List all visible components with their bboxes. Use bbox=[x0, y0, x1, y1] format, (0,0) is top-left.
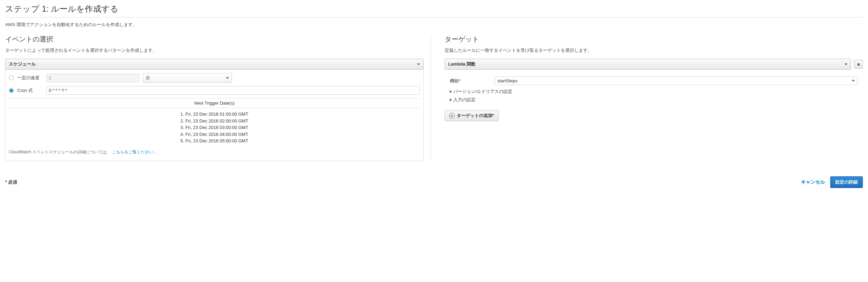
input-config-expand[interactable]: 入力の設定 bbox=[450, 97, 858, 103]
event-source-dropdown[interactable]: スケジュール bbox=[5, 59, 424, 70]
page-title: ステップ 1: ルールを作成する bbox=[5, 3, 863, 17]
caret-down-icon bbox=[417, 63, 420, 65]
target-section-description: 定義したルールに一致するイベントを受け取るターゲットを選択します。 bbox=[445, 47, 863, 54]
add-target-label: ターゲットの追加* bbox=[457, 113, 494, 119]
helper-text: CloudWatch イベントスケジュールの詳細については、 こちらをご覧くださ… bbox=[9, 147, 420, 157]
trigger-item: 1. Fri, 23 Dec 2016 01:00:00 GMT bbox=[9, 111, 420, 118]
add-target-button[interactable]: ターゲットの追加* bbox=[445, 110, 499, 121]
event-selection-panel: イベントの選択 ターゲットによって処理されるイベントを選択するパターンを作成しま… bbox=[5, 35, 431, 161]
caret-down-icon bbox=[852, 80, 855, 82]
version-alias-expand[interactable]: バージョン/エイリアスの設定 bbox=[450, 89, 858, 95]
plus-icon bbox=[449, 113, 455, 119]
trigger-list: 1. Fri, 23 Dec 2016 01:00:00 GMT 2. Fri,… bbox=[9, 108, 420, 147]
remove-target-button[interactable] bbox=[854, 60, 863, 69]
cancel-button[interactable]: キャンセル bbox=[801, 179, 825, 185]
function-value: startSteps bbox=[498, 78, 518, 83]
event-source-label: スケジュール bbox=[9, 61, 36, 67]
caret-down-icon bbox=[845, 63, 847, 65]
required-note: * 必須 bbox=[5, 179, 17, 185]
cron-radio[interactable] bbox=[9, 88, 14, 93]
configure-details-button[interactable]: 設定の詳細 bbox=[830, 176, 863, 188]
target-type-label: Lambda 関数 bbox=[448, 61, 476, 67]
target-section-title: ターゲット bbox=[445, 35, 863, 44]
triangle-right-icon bbox=[450, 90, 452, 93]
input-config-label: 入力の設定 bbox=[453, 97, 476, 103]
page-description: AWS 環境でアクションを自動化するためのルールを作成します。 bbox=[5, 22, 863, 28]
trigger-item: 4. Fri, 23 Dec 2016 04:00:00 GMT bbox=[9, 131, 420, 138]
caret-down-icon bbox=[226, 77, 229, 79]
cron-expression-input[interactable] bbox=[46, 86, 420, 95]
trigger-header: Next Trigger Date(s) bbox=[9, 98, 420, 108]
function-select[interactable]: startSteps bbox=[494, 77, 858, 85]
schedule-docs-link[interactable]: こちらをご覧ください bbox=[112, 150, 153, 154]
event-section-title: イベントの選択 bbox=[5, 35, 424, 44]
trigger-item: 3. Fri, 23 Dec 2016 03:00:00 GMT bbox=[9, 124, 420, 131]
trigger-item: 5. Fri, 23 Dec 2016 05:00:00 GMT bbox=[9, 138, 420, 144]
rate-unit-select[interactable]: 分 bbox=[143, 73, 232, 83]
event-section-description: ターゲットによって処理されるイベントを選択するパターンを作成します。 bbox=[5, 47, 424, 54]
rate-unit-value: 分 bbox=[146, 75, 150, 81]
target-panel: ターゲット 定義したルールに一致するイベントを受け取るターゲットを選択します。 … bbox=[441, 35, 863, 161]
triangle-right-icon bbox=[450, 98, 452, 101]
trigger-item: 2. Fri, 23 Dec 2016 02:00:00 GMT bbox=[9, 118, 420, 125]
version-alias-label: バージョン/エイリアスの設定 bbox=[453, 89, 513, 95]
function-label: 機能* bbox=[450, 78, 491, 84]
rate-radio[interactable] bbox=[9, 75, 14, 80]
rate-value-input[interactable] bbox=[46, 74, 139, 82]
rate-radio-label: 一定の速度 bbox=[17, 75, 43, 81]
target-type-dropdown[interactable]: Lambda 関数 bbox=[445, 59, 852, 70]
close-icon bbox=[857, 62, 860, 67]
cron-radio-label: Cron 式 bbox=[17, 87, 43, 94]
